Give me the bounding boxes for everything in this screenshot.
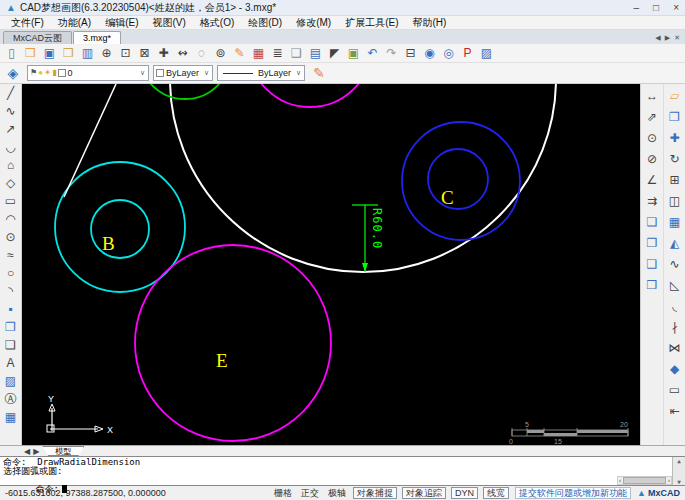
image-icon[interactable]: ▨ (2, 373, 20, 391)
save-icon[interactable]: ▣ (40, 45, 59, 62)
web-icon[interactable]: ◉ (420, 45, 439, 62)
status-toggle-对象捕捉[interactable]: 对象捕捉 (353, 487, 397, 499)
tab-scroll-left-icon[interactable]: ◀ (655, 34, 660, 42)
circle-cyan-inner[interactable] (91, 200, 149, 258)
label-b[interactable]: B (102, 233, 115, 254)
block-manager-icon[interactable]: ❑ (287, 45, 306, 62)
status-toggle-对象追踪[interactable]: 对象追踪 (402, 487, 446, 499)
command-window[interactable]: 命令: _DrawRadialDimension选择圆弧或圆: 命令: ▲ ▼ … (0, 456, 685, 486)
menu-item[interactable]: 帮助(H) (406, 16, 454, 30)
scroll-left-icon[interactable]: ‹ (618, 477, 622, 485)
zoom-object-icon[interactable]: ⊚ (211, 45, 230, 62)
menu-item[interactable]: 编辑(E) (98, 16, 145, 30)
circle-blue-outer[interactable] (402, 122, 520, 240)
text-icon[interactable]: A (2, 355, 20, 373)
polygon-edge-icon[interactable]: ◇ (2, 175, 20, 193)
tab-close-icon[interactable]: ✕ (674, 34, 680, 42)
dimension-text[interactable]: R60.0 (370, 208, 384, 249)
offset-icon[interactable]: ◫ (665, 191, 685, 212)
tab-model[interactable]: 模型 (42, 446, 84, 456)
mirror-icon[interactable]: ◭ (665, 233, 685, 254)
scale-icon[interactable]: ⊞ (665, 170, 685, 191)
status-toggle-正交[interactable]: 正交 (299, 487, 321, 500)
tangent-line[interactable] (64, 84, 116, 197)
open-folder-icon[interactable]: ❒ (59, 45, 78, 62)
array-icon[interactable]: ▦ (665, 212, 685, 233)
status-toggle-DYN[interactable]: DYN (451, 487, 478, 499)
circle-icon[interactable]: ⊙ (2, 229, 20, 247)
circle-blue-inner[interactable] (428, 149, 488, 209)
hatch-icon[interactable]: ▦ (2, 409, 20, 427)
status-toggle-栅格[interactable]: 栅格 (272, 487, 294, 500)
minimize-button[interactable]: – (634, 2, 640, 13)
create-block-icon[interactable]: ❏ (2, 337, 20, 355)
menu-item[interactable]: 文件(F) (4, 16, 51, 30)
paste-block-icon[interactable]: ❒ (642, 275, 662, 296)
color-palette-icon[interactable]: ▦ (249, 45, 268, 62)
new-file-icon[interactable]: ▯ (2, 45, 21, 62)
linetype-dropdown[interactable]: ByLayer ∨ (217, 65, 305, 81)
layer-dropdown[interactable]: ⚑●☀▮ 0 ∨ (27, 65, 149, 81)
print-icon[interactable]: ⊟ (401, 45, 420, 62)
ray-icon[interactable]: ↗ (2, 121, 20, 139)
document-tab[interactable]: MxCAD云图 (3, 31, 72, 44)
zoom-center-icon[interactable]: ◌ (192, 45, 211, 62)
scroll-right-icon[interactable]: › (667, 477, 671, 485)
dim-angular-icon[interactable]: ∠ (642, 170, 662, 191)
arc-cse-icon[interactable]: ◝ (2, 283, 20, 301)
copy-icon[interactable]: ❐ (665, 107, 685, 128)
join-icon[interactable]: ⋈ (665, 338, 685, 359)
feedback-link[interactable]: 提交软件问题或增加新功能 (515, 487, 631, 499)
spline-icon[interactable]: ≈ (2, 247, 20, 265)
paste-icon[interactable]: ❑ (642, 254, 662, 275)
fillet-icon[interactable]: ◟ (665, 296, 685, 317)
open-drawing-icon[interactable]: ❒ (21, 45, 40, 62)
scroll-up-icon[interactable]: ▲ (677, 457, 681, 464)
command-prompt-line[interactable]: 命令: (3, 476, 685, 485)
label-e[interactable]: E (216, 350, 228, 371)
arc-3pt-icon[interactable]: ◠ (2, 211, 20, 229)
ellipse-icon[interactable]: ○ (2, 265, 20, 283)
document-tab[interactable]: 3.mxg* (73, 31, 121, 44)
circle-magenta-top[interactable] (248, 84, 372, 107)
circle-green-top[interactable] (139, 84, 231, 99)
tab-scroll-right-icon[interactable]: ▶ (665, 34, 670, 42)
menu-item[interactable]: 绘图(D) (241, 16, 289, 30)
redo-icon[interactable]: ↷ (382, 45, 401, 62)
save-as-icon[interactable]: ▥ (78, 45, 97, 62)
menu-item[interactable]: 格式(O) (193, 16, 241, 30)
layout-prev-icon[interactable]: ◀ (24, 447, 30, 456)
chamfer-icon[interactable]: ◺ (665, 275, 685, 296)
menu-item[interactable]: 修改(M) (289, 16, 338, 30)
zoom-dynamic-icon[interactable]: ↭ (173, 45, 192, 62)
layout-next-icon[interactable]: ▶ (33, 447, 39, 456)
dim-continue-icon[interactable]: ⇉ (642, 191, 662, 212)
erase-icon[interactable]: ▱ (665, 86, 685, 107)
layers-manager-icon[interactable]: ◈ (3, 65, 23, 81)
status-toggle-线宽[interactable]: 线宽 (483, 487, 509, 499)
copy-clip-icon[interactable]: ❏ (642, 212, 662, 233)
image-export-icon[interactable]: ▨ (477, 45, 496, 62)
spline-edit-icon[interactable]: ∿ (665, 254, 685, 275)
polygon-icon[interactable]: ⌂ (2, 157, 20, 175)
insert-block-icon[interactable]: ❐ (2, 319, 20, 337)
maximize-button[interactable]: □ (653, 2, 659, 13)
circle-white-large[interactable] (170, 84, 556, 272)
close-button[interactable]: × (673, 2, 679, 13)
web-publish-icon[interactable]: ◎ (439, 45, 458, 62)
move-icon[interactable]: ✚ (665, 128, 685, 149)
dim-linear-icon[interactable]: ↔ (642, 86, 662, 107)
zoom-window-icon[interactable]: ⊡ (116, 45, 135, 62)
rotate-icon[interactable]: ↻ (665, 149, 685, 170)
status-toggle-极轴[interactable]: 极轴 (326, 487, 348, 500)
color-dropdown[interactable]: ByLayer ∨ (153, 65, 213, 81)
label-c[interactable]: C (441, 187, 454, 208)
pan-icon[interactable]: ✚ (154, 45, 173, 62)
zoom-extents-icon[interactable]: ⊠ (135, 45, 154, 62)
mtext-icon[interactable]: Ⓐ (2, 391, 20, 409)
menu-item[interactable]: 扩展工具(E) (338, 16, 405, 30)
select-icon[interactable]: ◤ (325, 45, 344, 62)
menu-item[interactable]: 视图(V) (145, 16, 192, 30)
line-icon[interactable]: ╱ (2, 85, 20, 103)
layout-manager-icon[interactable]: ▤ (306, 45, 325, 62)
